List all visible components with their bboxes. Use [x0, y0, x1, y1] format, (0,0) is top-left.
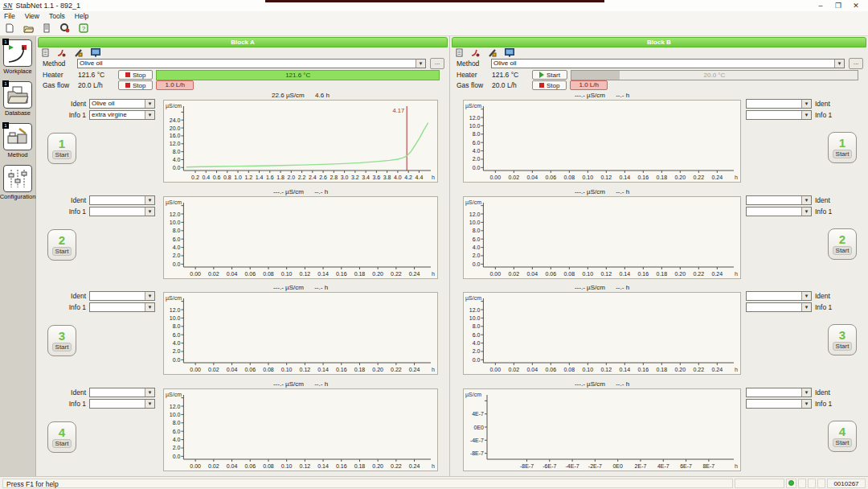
- chevron-down-icon[interactable]: ▼: [145, 100, 154, 108]
- info1-combo-b2[interactable]: ▼: [746, 207, 812, 216]
- report-icon[interactable]: [42, 48, 49, 57]
- help-icon[interactable]: ?: [78, 23, 89, 34]
- print-icon[interactable]: [41, 23, 52, 34]
- svg-text:µS/cm: µS/cm: [465, 392, 481, 398]
- svg-text:0.24: 0.24: [711, 271, 723, 277]
- menu-tools[interactable]: Tools: [49, 12, 65, 20]
- method-combo-b[interactable]: Olive oil ▼: [491, 59, 845, 68]
- monitor-icon[interactable]: [505, 48, 514, 57]
- svg-text:µS/cm: µS/cm: [166, 295, 182, 302]
- chevron-down-icon[interactable]: ▼: [416, 60, 425, 68]
- chevron-down-icon[interactable]: ▼: [801, 100, 811, 108]
- tools-icon[interactable]: [74, 48, 83, 57]
- svg-text:8E-7: 8E-7: [702, 463, 714, 469]
- sidebar-item-configuration[interactable]: Configuration: [0, 165, 35, 200]
- chevron-down-icon[interactable]: ▼: [801, 208, 811, 216]
- new-icon[interactable]: [4, 23, 15, 34]
- start-button-b1[interactable]: 1 Start: [828, 132, 857, 163]
- chevron-down-icon[interactable]: ▼: [801, 303, 811, 311]
- ident-combo-a4[interactable]: ▼: [89, 388, 155, 397]
- start-button-a4[interactable]: 4 Start: [47, 421, 76, 453]
- curve-icon[interactable]: [471, 48, 480, 57]
- method-browse-button-a[interactable]: ...: [430, 58, 444, 69]
- ident-combo-a2[interactable]: ▼: [89, 195, 155, 205]
- maximize-button[interactable]: ❐: [831, 2, 845, 10]
- start-button-a2[interactable]: 2 Start: [47, 229, 76, 261]
- chevron-down-icon[interactable]: ▼: [801, 111, 811, 119]
- svg-text:3.2: 3.2: [351, 175, 359, 180]
- method-combo-a[interactable]: Olive oil ▼: [77, 59, 426, 68]
- info1-combo-b1[interactable]: ▼: [746, 110, 812, 120]
- heater-label: Heater: [43, 71, 75, 79]
- chevron-down-icon[interactable]: ▼: [145, 208, 154, 216]
- heater-start-button-b[interactable]: Start: [532, 70, 567, 80]
- start-button-b4[interactable]: 4 Start: [828, 421, 857, 452]
- info1-combo-b3[interactable]: ▼: [746, 302, 812, 312]
- svg-text:4E-7: 4E-7: [657, 463, 669, 469]
- ident-combo-b1[interactable]: ▼: [746, 99, 812, 109]
- chevron-down-icon[interactable]: ▼: [145, 400, 154, 408]
- ident-combo-b3[interactable]: ▼: [746, 291, 812, 301]
- svg-text:6.0: 6.0: [173, 236, 181, 241]
- info1-combo-a2[interactable]: ▼: [89, 207, 155, 216]
- svg-text:0.20: 0.20: [372, 463, 383, 469]
- curve-icon[interactable]: [57, 48, 66, 57]
- start-button-b2[interactable]: 2 Start: [828, 228, 857, 260]
- app-window: SN StabNet 1.1 - 892_1 – ❐ ✕ File View T…: [0, 0, 868, 489]
- svg-text:h: h: [432, 175, 435, 180]
- svg-text:0.06: 0.06: [546, 175, 557, 180]
- menu-help[interactable]: Help: [75, 12, 88, 20]
- block-a-header: Block A: [38, 37, 448, 47]
- login-icon[interactable]: [59, 23, 71, 34]
- svg-text:0.22: 0.22: [391, 463, 402, 469]
- svg-text:1.4: 1.4: [256, 175, 264, 180]
- chart-a3: µS/cmh0.02.04.06.08.010.012.00.000.020.0…: [163, 292, 438, 375]
- menu-view[interactable]: View: [25, 12, 39, 20]
- gasflow-stop-button-a[interactable]: Stop: [118, 80, 153, 90]
- svg-text:10.0: 10.0: [170, 412, 181, 417]
- report-icon[interactable]: [456, 48, 463, 57]
- svg-text:3.6: 3.6: [373, 175, 381, 180]
- chevron-down-icon[interactable]: ▼: [145, 303, 154, 311]
- ident-combo-a3[interactable]: ▼: [89, 291, 155, 301]
- sidebar-item-database[interactable]: 1 Database: [3, 81, 32, 117]
- chevron-down-icon[interactable]: ▼: [145, 292, 154, 300]
- chevron-down-icon[interactable]: ▼: [145, 111, 154, 119]
- info1-combo-b4[interactable]: ▼: [746, 399, 812, 409]
- block-b-panel: Block B Method Olive oil ▼ ... Heat: [450, 36, 868, 476]
- method-browse-button-b[interactable]: ...: [849, 58, 863, 69]
- info1-combo-a4[interactable]: ▼: [89, 399, 155, 409]
- svg-text:0.00: 0.00: [490, 271, 502, 277]
- gasflow-rate-button-a[interactable]: 1.0 L/h: [156, 80, 193, 90]
- gasflow-rate-button-b[interactable]: 1.0 L/h: [570, 80, 607, 90]
- svg-text:µS/cm: µS/cm: [166, 199, 182, 206]
- close-button[interactable]: ✕: [849, 2, 863, 10]
- heater-stop-button-a[interactable]: Stop: [118, 70, 153, 80]
- svg-text:0.2: 0.2: [191, 175, 199, 180]
- chevron-down-icon[interactable]: ▼: [801, 196, 811, 204]
- start-button-b3[interactable]: 3 Start: [828, 324, 857, 355]
- chevron-down-icon[interactable]: ▼: [801, 388, 811, 397]
- info1-combo-a3[interactable]: ▼: [89, 302, 155, 312]
- chevron-down-icon[interactable]: ▼: [145, 388, 154, 397]
- svg-text:4.0: 4.0: [173, 244, 181, 250]
- chevron-down-icon[interactable]: ▼: [801, 400, 811, 408]
- ident-combo-b4[interactable]: ▼: [746, 388, 812, 397]
- chevron-down-icon[interactable]: ▼: [145, 196, 154, 204]
- sidebar-item-workplace[interactable]: 1 Workplace: [3, 39, 32, 75]
- chevron-down-icon[interactable]: ▼: [834, 60, 844, 68]
- open-icon[interactable]: [23, 23, 34, 34]
- minimize-button[interactable]: –: [813, 2, 828, 10]
- gasflow-stop-button-b[interactable]: Stop: [532, 80, 567, 90]
- start-button-a3[interactable]: 3 Start: [47, 325, 76, 356]
- ident-combo-a1[interactable]: Olive oil▼: [89, 99, 155, 109]
- svg-text:12.0: 12.0: [170, 404, 181, 409]
- info1-combo-a1[interactable]: extra virgine▼: [89, 110, 155, 120]
- start-button-a1[interactable]: 1 Start: [47, 133, 76, 164]
- chevron-down-icon[interactable]: ▼: [801, 292, 811, 300]
- tools-icon[interactable]: [488, 48, 497, 57]
- menu-file[interactable]: File: [4, 12, 15, 20]
- monitor-icon[interactable]: [91, 48, 100, 57]
- ident-combo-b2[interactable]: ▼: [746, 195, 812, 205]
- sidebar-item-method[interactable]: 1 Method: [3, 123, 32, 158]
